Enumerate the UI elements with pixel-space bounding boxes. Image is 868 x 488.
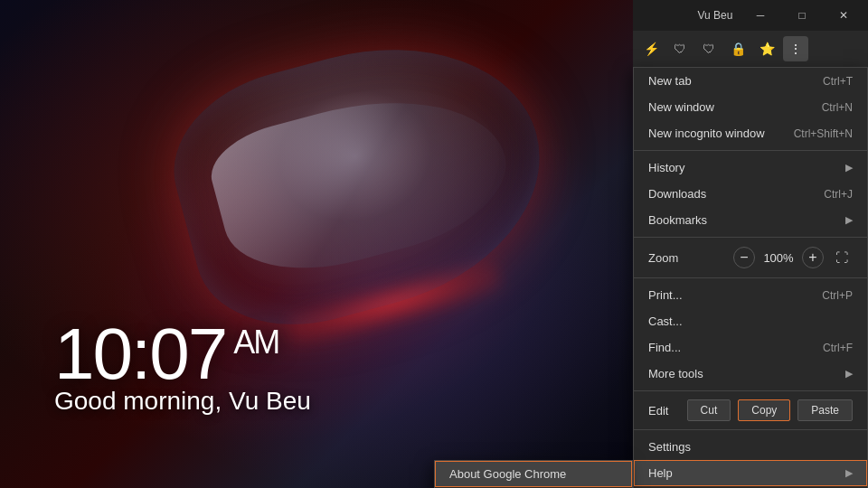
clock-greeting: Good morning, Vu Beu: [54, 387, 311, 416]
separator-1: [634, 150, 867, 151]
toolbar: ⚡ 🛡 🛡 🔒 ⭐ ⋮: [633, 31, 868, 67]
extensions-icon[interactable]: ⚡: [638, 36, 664, 61]
zoom-in-button[interactable]: +: [802, 247, 824, 268]
window-title: Vu Beu: [637, 9, 740, 22]
menu-new-incognito[interactable]: New incognito window Ctrl+Shift+N: [634, 120, 867, 146]
menu-print[interactable]: Print... Ctrl+P: [634, 282, 867, 308]
menu-downloads[interactable]: Downloads Ctrl+J: [634, 181, 867, 207]
shield2-icon[interactable]: 🛡: [696, 36, 722, 61]
edit-row: Edit Cut Copy Paste: [634, 395, 867, 426]
paste-button[interactable]: Paste: [797, 399, 853, 421]
menu-help[interactable]: Help ▶: [634, 460, 867, 486]
shield1-icon[interactable]: 🛡: [667, 36, 693, 61]
menu-history[interactable]: History ▶: [634, 155, 867, 181]
submenu-about-chrome[interactable]: About Google Chrome: [435, 461, 632, 487]
zoom-out-button[interactable]: −: [733, 247, 755, 268]
minimize-button[interactable]: ─: [740, 1, 781, 30]
fullscreen-button[interactable]: ⛶: [831, 247, 853, 268]
menu-settings[interactable]: Settings: [634, 434, 867, 460]
zoom-row: Zoom − 100% + ⛶: [634, 241, 867, 274]
menu-new-tab[interactable]: New tab Ctrl+T: [634, 68, 867, 94]
separator-5: [634, 429, 867, 430]
menu-find[interactable]: Find... Ctrl+F: [634, 334, 867, 361]
bookmark-icon[interactable]: ⭐: [754, 36, 779, 61]
zoom-controls: − 100% + ⛶: [733, 247, 853, 268]
maximize-button[interactable]: □: [781, 1, 823, 30]
menu-new-window[interactable]: New window Ctrl+N: [634, 94, 867, 120]
menu-more-tools[interactable]: More tools ▶: [634, 361, 867, 387]
zoom-value: 100%: [762, 251, 795, 265]
help-submenu: About Google Chrome Help center Report a…: [434, 460, 633, 488]
clock-area: 10:07AM Good morning, Vu Beu: [54, 313, 311, 416]
menu-icon[interactable]: ⋮: [783, 36, 808, 61]
cut-button[interactable]: Cut: [687, 399, 731, 421]
copy-button[interactable]: Copy: [738, 399, 790, 421]
wallpaper: 10:07AM Good morning, Vu Beu: [0, 0, 633, 488]
menu-bookmarks[interactable]: Bookmarks ▶: [634, 207, 867, 233]
lock-icon[interactable]: 🔒: [725, 36, 750, 61]
menu-cast[interactable]: Cast...: [634, 308, 867, 334]
chrome-menu: New tab Ctrl+T New window Ctrl+N New inc…: [633, 67, 868, 488]
separator-2: [634, 237, 867, 238]
separator-3: [634, 277, 867, 278]
clock-time: 10:07AM: [54, 313, 311, 396]
close-button[interactable]: ✕: [823, 1, 864, 30]
title-bar: Vu Beu ─ □ ✕: [633, 0, 868, 31]
separator-4: [634, 390, 867, 391]
